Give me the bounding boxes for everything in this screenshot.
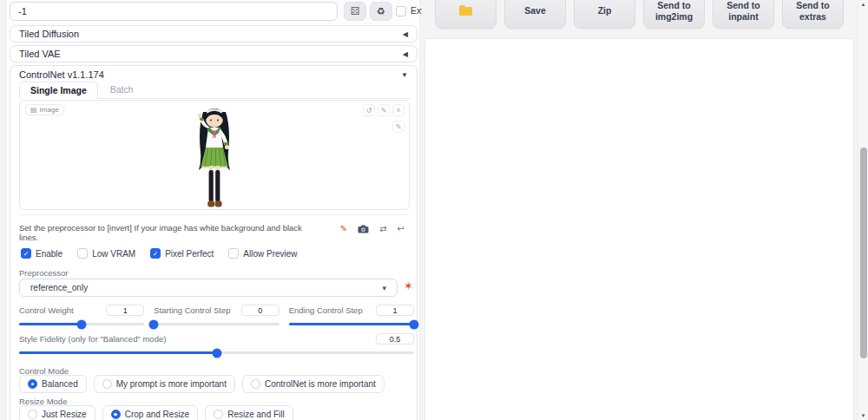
sketch-icon[interactable]: ✎ — [392, 121, 404, 133]
slider-thumb[interactable] — [212, 348, 221, 358]
anime-character-image — [176, 102, 253, 210]
reuse-seed-button[interactable]: ♻ — [370, 2, 392, 21]
allow-preview-checkbox[interactable]: Allow Preview — [228, 248, 297, 259]
dice-icon: ⚄ — [351, 5, 359, 17]
resize-mode-crop-and-resize[interactable]: Crop and Resize — [102, 405, 198, 420]
control-weight-slider[interactable] — [19, 318, 144, 329]
style-fidelity-group: Style Fidelity (only for "Balanced" mode… — [19, 333, 414, 358]
webcam-icon[interactable] — [358, 225, 369, 233]
style-fidelity-slider[interactable] — [19, 347, 414, 358]
accordion-tiled-vae[interactable]: Tiled VAE ◀ — [10, 45, 418, 62]
ending-control-step-input[interactable] — [376, 305, 414, 316]
collapsed-arrow-icon: ◀ — [403, 30, 408, 38]
zip-button[interactable]: Zip — [574, 0, 635, 29]
page-scrollbar[interactable]: ▲ ▼ — [858, 0, 868, 420]
scroll-up-icon[interactable]: ▲ — [858, 2, 868, 7]
close-icon[interactable]: × — [392, 104, 404, 116]
checkbox-icon — [77, 248, 88, 259]
low-vram-checkbox[interactable]: Low VRAM — [77, 248, 135, 259]
slider-thumb[interactable] — [149, 319, 159, 329]
flip-icon[interactable]: ↩ — [398, 225, 404, 233]
tab-batch[interactable]: Batch — [98, 81, 146, 98]
scrollbar-thumb[interactable] — [860, 148, 867, 358]
preprocessor-hint: Set the preprocessor to [invert] If your… — [19, 223, 314, 242]
undo-icon[interactable]: ↺ — [363, 104, 375, 116]
control-weight-label: Control Weight — [19, 305, 74, 315]
output-gallery — [424, 38, 854, 420]
radio-icon — [102, 379, 112, 389]
control-weight-input[interactable] — [106, 305, 144, 316]
ending-control-step-label: Ending Control Step — [289, 305, 363, 315]
style-fidelity-label: Style Fidelity (only for "Balanced" mode… — [19, 334, 166, 344]
send-to-inpaint-button[interactable]: Send to inpaint — [713, 0, 774, 29]
recycle-icon: ♻ — [377, 6, 385, 17]
checkbox-icon — [21, 248, 31, 259]
preprocessor-hint-row: Set the preprocessor to [invert] If your… — [19, 214, 410, 242]
seed-input[interactable] — [10, 2, 338, 21]
radio-icon — [251, 379, 260, 389]
open-folder-button[interactable] — [435, 0, 496, 29]
starting-control-step-input[interactable] — [241, 305, 279, 316]
starting-control-step-group: Starting Control Step — [154, 305, 279, 329]
checkbox-icon — [228, 248, 239, 259]
ending-control-step-slider[interactable] — [289, 318, 414, 329]
slider-thumb[interactable] — [409, 319, 418, 329]
control-mode-radio-group: Balanced My prompt is more important Con… — [19, 375, 385, 393]
tab-single-image[interactable]: Single Image — [19, 82, 98, 99]
mirror-webcam-icon[interactable]: ⇄ — [379, 225, 386, 233]
resize-mode-resize-and-fill[interactable]: Resize and Fill — [205, 405, 293, 420]
random-seed-button[interactable]: ⚄ — [344, 2, 366, 21]
accordion-tiled-diffusion[interactable]: Tiled Diffusion ◀ — [10, 25, 418, 43]
stable-diffusion-webui: ⚄ ♻ Extra Tiled Diffusion ◀ Tiled VAE ◀ … — [0, 0, 868, 420]
preprocessor-label: Preprocessor — [19, 268, 69, 278]
resize-mode-radio-group: Just Resize Crop and Resize Resize and F… — [19, 405, 293, 420]
control-mode-prompt-important[interactable]: My prompt is more important — [94, 375, 235, 393]
run-preprocessor-icon[interactable]: ✶ — [404, 280, 413, 292]
image-chip: ▤ Image — [25, 104, 64, 115]
folder-icon — [459, 7, 472, 16]
output-panel: Save Zip Send to img2img Send to inpaint… — [422, 0, 856, 420]
enable-checkbox[interactable]: Enable — [21, 248, 62, 259]
control-step-sliders: Control Weight Starting Control Step — [19, 305, 414, 329]
save-button[interactable]: Save — [504, 0, 566, 29]
collapsed-arrow-icon: ◀ — [403, 50, 408, 58]
radio-icon — [214, 410, 223, 419]
ending-control-step-group: Ending Control Step — [289, 305, 414, 329]
radio-icon — [111, 410, 121, 419]
control-mode-balanced[interactable]: Balanced — [19, 375, 87, 393]
scroll-down-icon[interactable]: ▼ — [858, 413, 868, 418]
controlnet-options-row: Enable Low VRAM Pixel Perfect Allow Prev… — [21, 248, 298, 259]
send-to-extras-button[interactable]: Send to extras — [782, 0, 844, 29]
control-weight-group: Control Weight — [19, 305, 144, 329]
edit-icon[interactable]: ✎ — [378, 104, 390, 116]
image-icon: ▤ — [30, 106, 37, 114]
expanded-arrow-icon: ▼ — [401, 71, 408, 79]
chevron-down-icon: ▾ — [382, 284, 386, 292]
resize-mode-just-resize[interactable]: Just Resize — [19, 405, 95, 420]
radio-icon — [28, 379, 37, 389]
new-canvas-icon[interactable]: ✎ — [340, 225, 347, 233]
controlnet-input-image[interactable]: ▤ Image ↺ ✎ × ✎ — [19, 100, 410, 210]
checkbox-icon — [150, 248, 161, 259]
extra-seed-checkbox[interactable] — [396, 6, 406, 16]
controlnet-section: ControlNet v1.1.174 ▼ Single Image Batch… — [10, 65, 418, 420]
slider-thumb[interactable] — [77, 319, 87, 329]
send-to-img2img-button[interactable]: Send to img2img — [643, 0, 705, 29]
starting-control-step-label: Starting Control Step — [154, 305, 230, 315]
output-actions: Save Zip Send to img2img Send to inpaint… — [435, 0, 844, 29]
accordion-controlnet[interactable]: ControlNet v1.1.174 ▼ — [10, 66, 417, 83]
starting-control-step-slider[interactable] — [154, 318, 279, 329]
style-fidelity-input[interactable] — [376, 333, 414, 345]
control-mode-controlnet-important[interactable]: ControlNet is more important — [242, 375, 385, 393]
controlnet-tabs: Single Image Batch — [19, 82, 410, 99]
radio-icon — [28, 410, 37, 419]
pixel-perfect-checkbox[interactable]: Pixel Perfect — [150, 248, 214, 259]
txt2img-settings-panel: ⚄ ♻ Extra Tiled Diffusion ◀ Tiled VAE ◀ … — [5, 0, 420, 420]
preprocessor-dropdown[interactable]: reference_only ▾ — [19, 279, 398, 297]
